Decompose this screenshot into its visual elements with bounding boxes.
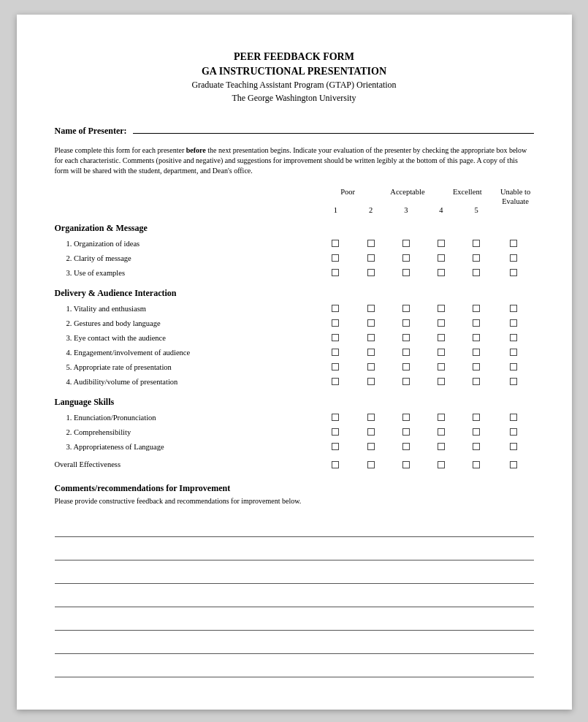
cb-cell-2[interactable] bbox=[357, 428, 385, 436]
cb-cell-2[interactable] bbox=[357, 254, 385, 262]
checkbox[interactable] bbox=[367, 461, 375, 468]
checkbox[interactable] bbox=[438, 305, 445, 312]
checkbox[interactable] bbox=[367, 378, 375, 385]
cb-cell-1[interactable] bbox=[321, 334, 349, 341]
checkbox[interactable] bbox=[473, 349, 480, 356]
checkbox[interactable] bbox=[332, 269, 339, 276]
cb-cell-2[interactable] bbox=[357, 349, 385, 356]
cb-cell-1[interactable] bbox=[321, 378, 349, 385]
cb-cell-5[interactable] bbox=[462, 269, 490, 276]
overall-cb3[interactable] bbox=[392, 461, 420, 468]
cb-cell-4[interactable] bbox=[427, 319, 455, 327]
comment-line[interactable] bbox=[55, 657, 534, 677]
checkbox[interactable] bbox=[332, 443, 339, 450]
checkbox[interactable] bbox=[438, 443, 445, 450]
cb-cell-2[interactable] bbox=[357, 414, 385, 421]
checkbox[interactable] bbox=[402, 349, 410, 356]
comment-line[interactable] bbox=[55, 540, 534, 560]
checkbox-unable[interactable] bbox=[510, 240, 517, 247]
checkbox[interactable] bbox=[332, 349, 339, 356]
unable-cell[interactable] bbox=[497, 378, 530, 385]
cb-cell-5[interactable] bbox=[462, 443, 490, 450]
checkbox[interactable] bbox=[438, 414, 445, 421]
cb-cell-2[interactable] bbox=[357, 240, 385, 247]
unable-cell[interactable] bbox=[497, 428, 530, 436]
overall-cb4[interactable] bbox=[427, 461, 455, 468]
checkbox-unable[interactable] bbox=[510, 319, 517, 327]
cb-cell-2[interactable] bbox=[357, 334, 385, 341]
checkbox[interactable] bbox=[367, 240, 375, 247]
cb-cell-2[interactable] bbox=[357, 269, 385, 276]
checkbox-unable[interactable] bbox=[510, 349, 517, 356]
cb-cell-1[interactable] bbox=[321, 414, 349, 421]
checkbox[interactable] bbox=[367, 305, 375, 312]
cb-cell-2[interactable] bbox=[357, 378, 385, 385]
checkbox[interactable] bbox=[367, 254, 375, 262]
unable-cell[interactable] bbox=[497, 269, 530, 276]
checkbox[interactable] bbox=[402, 305, 410, 312]
checkbox[interactable] bbox=[438, 363, 445, 370]
cb-cell-1[interactable] bbox=[321, 363, 349, 370]
checkbox-unable[interactable] bbox=[510, 334, 517, 341]
checkbox[interactable] bbox=[332, 378, 339, 385]
checkbox[interactable] bbox=[473, 414, 480, 421]
checkbox[interactable] bbox=[473, 461, 480, 468]
checkbox[interactable] bbox=[473, 254, 480, 262]
cb-cell-4[interactable] bbox=[427, 349, 455, 356]
checkbox-unable[interactable] bbox=[510, 363, 517, 370]
checkbox[interactable] bbox=[367, 269, 375, 276]
checkbox[interactable] bbox=[402, 269, 410, 276]
checkbox[interactable] bbox=[332, 240, 339, 247]
checkbox[interactable] bbox=[332, 305, 339, 312]
cb-cell-3[interactable] bbox=[392, 363, 420, 370]
cb-cell-1[interactable] bbox=[321, 254, 349, 262]
checkbox[interactable] bbox=[367, 443, 375, 450]
checkbox[interactable] bbox=[473, 428, 480, 436]
cb-cell-3[interactable] bbox=[392, 240, 420, 247]
overall-cb5[interactable] bbox=[462, 461, 490, 468]
cb-cell-4[interactable] bbox=[427, 269, 455, 276]
checkbox-unable[interactable] bbox=[510, 443, 517, 450]
checkbox[interactable] bbox=[438, 378, 445, 385]
checkbox-unable[interactable] bbox=[510, 428, 517, 436]
cb-cell-3[interactable] bbox=[392, 334, 420, 341]
checkbox[interactable] bbox=[402, 443, 410, 450]
checkbox-unable[interactable] bbox=[510, 305, 517, 312]
checkbox[interactable] bbox=[438, 254, 445, 262]
checkbox[interactable] bbox=[402, 254, 410, 262]
checkbox[interactable] bbox=[402, 428, 410, 436]
unable-cell[interactable] bbox=[497, 254, 530, 262]
checkbox[interactable] bbox=[367, 428, 375, 436]
cb-cell-3[interactable] bbox=[392, 443, 420, 450]
cb-cell-3[interactable] bbox=[392, 349, 420, 356]
checkbox[interactable] bbox=[402, 378, 410, 385]
unable-cell[interactable] bbox=[497, 349, 530, 356]
checkbox-unable[interactable] bbox=[510, 414, 517, 421]
comment-line[interactable] bbox=[55, 563, 534, 584]
cb-cell-5[interactable] bbox=[462, 349, 490, 356]
cb-cell-5[interactable] bbox=[462, 378, 490, 385]
cb-cell-2[interactable] bbox=[357, 305, 385, 312]
comment-line[interactable] bbox=[55, 634, 534, 654]
checkbox[interactable] bbox=[510, 461, 517, 468]
cb-cell-1[interactable] bbox=[321, 240, 349, 247]
unable-cell[interactable] bbox=[497, 414, 530, 421]
cb-cell-4[interactable] bbox=[427, 334, 455, 341]
cb-cell-2[interactable] bbox=[357, 363, 385, 370]
unable-cell[interactable] bbox=[497, 240, 530, 247]
cb-cell-5[interactable] bbox=[462, 240, 490, 247]
checkbox[interactable] bbox=[438, 461, 445, 468]
cb-cell-5[interactable] bbox=[462, 414, 490, 421]
cb-cell-3[interactable] bbox=[392, 254, 420, 262]
checkbox[interactable] bbox=[402, 240, 410, 247]
checkbox[interactable] bbox=[438, 269, 445, 276]
unable-cell[interactable] bbox=[497, 363, 530, 370]
checkbox[interactable] bbox=[332, 254, 339, 262]
unable-cell[interactable] bbox=[497, 443, 530, 450]
checkbox[interactable] bbox=[473, 334, 480, 341]
checkbox[interactable] bbox=[367, 334, 375, 341]
checkbox[interactable] bbox=[367, 363, 375, 370]
checkbox[interactable] bbox=[332, 363, 339, 370]
checkbox[interactable] bbox=[367, 319, 375, 327]
checkbox[interactable] bbox=[438, 349, 445, 356]
